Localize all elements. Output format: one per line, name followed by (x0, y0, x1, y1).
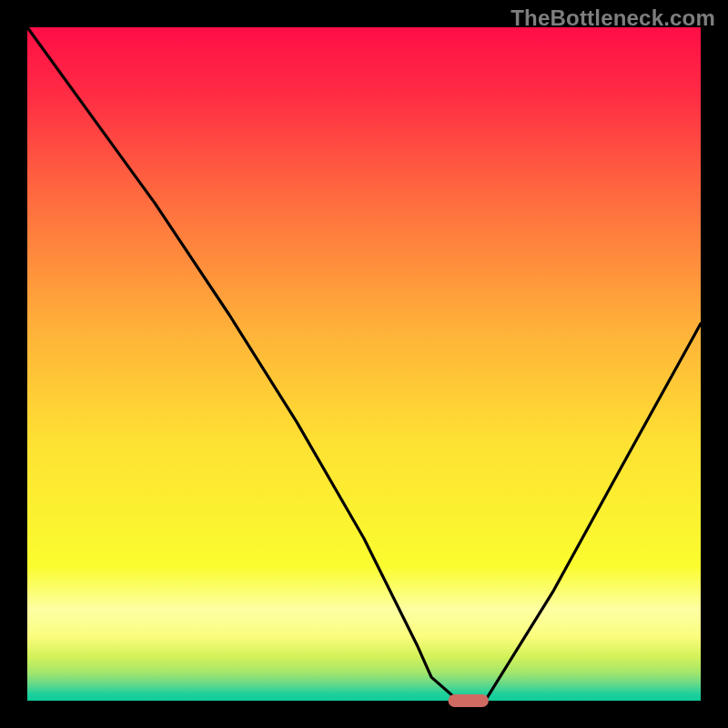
watermark-text: TheBottleneck.com (511, 5, 715, 31)
chart-frame: TheBottleneck.com (0, 0, 728, 728)
optimal-range-marker (449, 694, 489, 707)
chart-svg (0, 0, 728, 728)
plot-background (27, 27, 701, 701)
